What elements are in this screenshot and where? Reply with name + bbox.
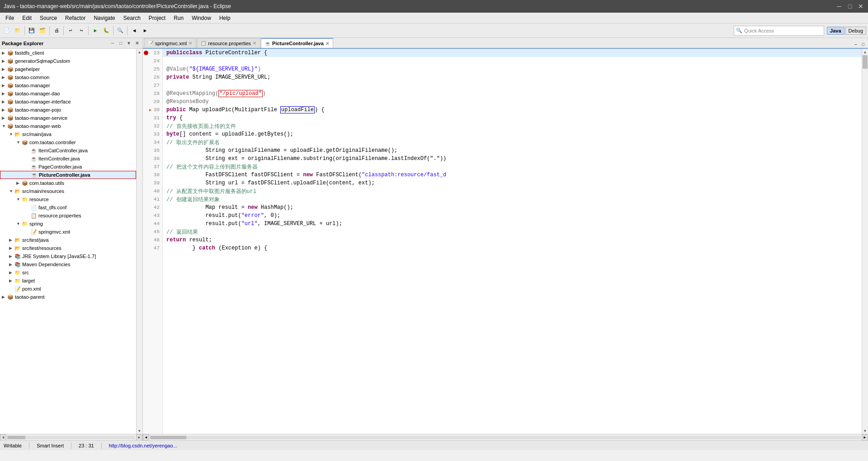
tree-item-taotao-manager-service[interactable]: ▶ 📦 taotao-manager-service <box>0 114 136 122</box>
code-content[interactable]: public class PictureController { @Value(… <box>163 49 862 434</box>
code-line-31: try { <box>163 114 862 122</box>
tree-label: com.taotao.controller <box>29 140 76 145</box>
toolbar-save[interactable]: 💾 <box>27 26 37 36</box>
tree-arrow: ▶ <box>2 295 6 299</box>
tree-item-itemcatcontroller[interactable]: ☕ ItemCatController.java <box>0 146 136 155</box>
minimize-button[interactable]: ─ <box>835 3 843 10</box>
toolbar-run[interactable]: ▶ <box>90 26 100 36</box>
menu-search[interactable]: Search <box>120 13 144 23</box>
tree-item-taotao-manager[interactable]: ▶ 📦 taotao-manager <box>0 81 136 89</box>
hscroll-left-btn[interactable]: ◀ <box>0 434 6 441</box>
tree-item-resource-properties[interactable]: 📋 resource.properties <box>0 212 136 220</box>
toolbar-save-all[interactable]: 🗂️ <box>38 26 47 36</box>
tree-item-taotao-manager-dao[interactable]: ▶ 📦 taotao-manager-dao <box>0 89 136 98</box>
code-line-36: String ext = originalFilename.substring(… <box>163 155 862 163</box>
line-num-38: 38 <box>143 171 162 179</box>
toolbar-debug[interactable]: 🐛 <box>101 26 111 36</box>
tree-item-jre[interactable]: ▶ 📚 JRE System Library [JavaSE-1.7] <box>0 252 136 260</box>
maximize-button[interactable]: □ <box>846 3 854 10</box>
sidebar-minimize-btn[interactable]: ─ <box>109 40 116 47</box>
java-perspective-btn[interactable]: Java <box>827 27 844 35</box>
tree-item-picturecontroller[interactable]: ☕ PictureController.java <box>0 171 136 179</box>
tree-item-src[interactable]: ▶ 📁 src <box>0 268 136 277</box>
tree-item-com-taotao-controller[interactable]: ▼ 📦 com.taotao.controller <box>0 138 136 146</box>
quick-access-box[interactable]: 🔍 Quick Access <box>734 26 824 36</box>
sidebar-maximize-btn[interactable]: □ <box>117 40 124 47</box>
tree-item-fast-dfs-conf[interactable]: 📄 fast_dfs.conf <box>0 203 136 212</box>
editor-scrollbar[interactable]: ▲ ▼ <box>862 49 868 434</box>
tree-arrow: ▼ <box>16 221 21 226</box>
tree-item-src-test-java[interactable]: ▶ 📂 src/test/java <box>0 236 136 244</box>
tab-close-picture[interactable]: ✕ <box>326 41 329 46</box>
code-line-47: } catch (Exception e) { <box>163 244 862 252</box>
tree-item-spring[interactable]: ▼ 📁 spring <box>0 220 136 228</box>
toolbar-undo[interactable]: ↩ <box>66 26 75 36</box>
menu-project[interactable]: Project <box>145 13 169 23</box>
tree-item-taotao-manager-web[interactable]: ▼ 📦 taotao-manager-web <box>0 122 136 130</box>
close-button[interactable]: ✕ <box>857 3 864 10</box>
tree-item-pagehelper[interactable]: ▶ 📦 pagehelper <box>0 65 136 73</box>
editor-hscrollbar[interactable]: ◀ ▶ <box>143 434 868 440</box>
tree-item-com-taotao-utils[interactable]: ▶ 📦 com.taotao.utils <box>0 179 136 187</box>
editor-max-btn[interactable]: □ <box>860 42 866 48</box>
menu-file[interactable]: File <box>2 13 18 23</box>
editor-scroll-up[interactable]: ▲ <box>862 49 868 55</box>
menu-edit[interactable]: Edit <box>19 13 35 23</box>
toolbar-next[interactable]: ▶ <box>140 26 150 36</box>
toolbar-print[interactable]: 🖨 <box>52 26 61 36</box>
tab-close-springmvc[interactable]: ✕ <box>189 41 192 46</box>
tree-item-pagecontroller[interactable]: ☕ PageController.java <box>0 163 136 171</box>
tree-item-resource[interactable]: ▼ 📁 resource <box>0 195 136 203</box>
editor-hscroll-left[interactable]: ◀ <box>143 434 149 441</box>
project-icon: 📦 <box>7 294 14 300</box>
tab-springmvc[interactable]: 📝 springmvc.xml ✕ <box>144 38 196 48</box>
code-line-38: FastDFSClient fastDFSClient = new FastDF… <box>163 171 862 179</box>
tree-item-taotao-parent[interactable]: ▶ 📦 taotao-parent <box>0 293 136 301</box>
sidebar-scroll-down[interactable]: ▼ <box>137 428 142 434</box>
tree-item-src-main-resources[interactable]: ▼ 📂 src/main/resources <box>0 187 136 195</box>
editor-scroll-down[interactable]: ▼ <box>862 428 868 434</box>
sidebar-scroll-up[interactable]: ▲ <box>137 49 142 55</box>
tree-item-itemcontroller[interactable]: ☕ ItemController.java <box>0 155 136 163</box>
tab-picturecontroller[interactable]: ☕ PictureController.java ✕ <box>261 38 333 48</box>
menu-refactor[interactable]: Refactor <box>61 13 89 23</box>
tab-resource-properties[interactable]: 📋 resource.properties ✕ <box>197 38 260 48</box>
tree-item-target[interactable]: ▶ 📁 target <box>0 277 136 285</box>
tree-item-taotao-common[interactable]: ▶ 📦 taotao-common <box>0 73 136 81</box>
toolbar-search[interactable]: 🔍 <box>115 26 125 36</box>
menu-navigate[interactable]: Navigate <box>90 13 118 23</box>
sidebar-scrollbar[interactable]: ▲ ▼ <box>136 49 142 434</box>
line-num-45: 45 <box>143 228 162 236</box>
project-icon: 📦 <box>7 115 14 121</box>
library-icon: 📚 <box>14 254 21 259</box>
tree-item-taotao-manager-interface[interactable]: ▶ 📦 taotao-manager-interface <box>0 98 136 106</box>
tree-item-taotao-manager-pojo[interactable]: ▶ 📦 taotao-manager-pojo <box>0 106 136 114</box>
hscroll-right-btn[interactable]: ▶ <box>136 434 142 441</box>
tree-item-pom[interactable]: 📝 pom.xml <box>0 285 136 293</box>
menu-run[interactable]: Run <box>170 13 187 23</box>
menu-window[interactable]: Window <box>188 13 215 23</box>
sidebar-hscrollbar[interactable]: ◀ ▶ <box>0 434 142 440</box>
sidebar-view-menu-btn[interactable]: ▼ <box>125 40 132 47</box>
tree-item-springmvc-xml[interactable]: 📝 springmvc.xml <box>0 228 136 236</box>
tree-item-maven-dep[interactable]: ▶ 📚 Maven Dependencies <box>0 260 136 268</box>
menu-source[interactable]: Source <box>36 13 61 23</box>
tree-item-fastdfs[interactable]: ▶ 📦 fastdfs_client <box>0 49 136 57</box>
tree-arrow: ▶ <box>2 108 6 112</box>
line-num-27: 27 <box>143 81 162 89</box>
debug-perspective-btn[interactable]: Debug <box>845 27 866 35</box>
editor-min-btn[interactable]: ─ <box>853 42 859 48</box>
line-num-29: 29 <box>143 98 162 106</box>
tab-close-resource[interactable]: ✕ <box>253 41 256 46</box>
toolbar-open[interactable]: 📁 <box>13 26 23 36</box>
toolbar-redo[interactable]: ↪ <box>76 26 86 36</box>
line-num-31: 31 <box>143 114 162 122</box>
tree-item-src-test-resources[interactable]: ▶ 📂 src/test/resources <box>0 244 136 252</box>
sidebar-close-btn[interactable]: ✕ <box>133 40 141 47</box>
editor-hscroll-right[interactable]: ▶ <box>862 434 868 441</box>
tree-item-generatorsqlmap[interactable]: ▶ 📦 generatorSqlmapCustom <box>0 57 136 65</box>
tree-item-src-main-java[interactable]: ▼ 📂 src/main/java <box>0 130 136 138</box>
toolbar-new[interactable]: 📄 <box>2 26 12 36</box>
menu-help[interactable]: Help <box>216 13 234 23</box>
toolbar-prev[interactable]: ◀ <box>129 26 139 36</box>
